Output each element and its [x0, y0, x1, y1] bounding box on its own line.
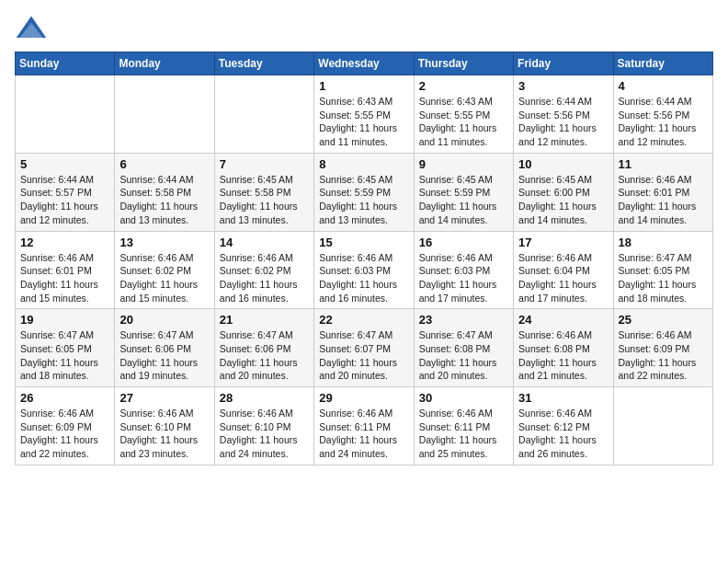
calendar-cell: 2Sunrise: 6:43 AM Sunset: 5:55 PM Daylig…: [414, 75, 513, 154]
day-info: Sunrise: 6:46 AM Sunset: 6:02 PM Dayligh…: [220, 251, 309, 305]
calendar-cell: 7Sunrise: 6:45 AM Sunset: 5:58 PM Daylig…: [214, 153, 313, 231]
day-info: Sunrise: 6:46 AM Sunset: 6:11 PM Dayligh…: [419, 407, 508, 461]
logo-icon: [15, 13, 48, 46]
calendar-cell: 27Sunrise: 6:46 AM Sunset: 6:10 PM Dayli…: [115, 387, 214, 465]
calendar-week-1: 1Sunrise: 6:43 AM Sunset: 5:55 PM Daylig…: [16, 75, 713, 154]
day-info: Sunrise: 6:46 AM Sunset: 6:03 PM Dayligh…: [319, 251, 408, 305]
calendar-cell: 14Sunrise: 6:46 AM Sunset: 6:02 PM Dayli…: [214, 231, 313, 309]
weekday-header-wednesday: Wednesday: [314, 52, 414, 75]
calendar-cell: 29Sunrise: 6:46 AM Sunset: 6:11 PM Dayli…: [314, 387, 414, 465]
day-info: Sunrise: 6:43 AM Sunset: 5:55 PM Dayligh…: [319, 95, 408, 149]
day-number: 2: [419, 79, 508, 93]
day-number: 31: [518, 391, 608, 405]
day-info: Sunrise: 6:46 AM Sunset: 6:03 PM Dayligh…: [419, 251, 508, 305]
day-info: Sunrise: 6:45 AM Sunset: 5:59 PM Dayligh…: [419, 173, 508, 227]
day-number: 6: [119, 157, 209, 171]
calendar-cell: 4Sunrise: 6:44 AM Sunset: 5:56 PM Daylig…: [613, 75, 712, 154]
calendar-cell: 11Sunrise: 6:46 AM Sunset: 6:01 PM Dayli…: [613, 153, 712, 231]
day-number: 27: [119, 391, 209, 405]
day-info: Sunrise: 6:47 AM Sunset: 6:05 PM Dayligh…: [619, 251, 708, 305]
calendar-cell: 10Sunrise: 6:45 AM Sunset: 6:00 PM Dayli…: [514, 153, 613, 231]
day-info: Sunrise: 6:46 AM Sunset: 6:01 PM Dayligh…: [619, 173, 708, 227]
day-info: Sunrise: 6:45 AM Sunset: 5:58 PM Dayligh…: [220, 173, 309, 227]
day-number: 22: [319, 313, 408, 327]
weekday-header-saturday: Saturday: [613, 52, 712, 75]
calendar-cell: 31Sunrise: 6:46 AM Sunset: 6:12 PM Dayli…: [514, 387, 613, 465]
calendar-cell: 30Sunrise: 6:46 AM Sunset: 6:11 PM Dayli…: [414, 387, 513, 465]
day-info: Sunrise: 6:46 AM Sunset: 6:02 PM Dayligh…: [119, 251, 209, 305]
day-number: 17: [518, 236, 608, 249]
day-info: Sunrise: 6:44 AM Sunset: 5:56 PM Dayligh…: [518, 95, 608, 149]
day-number: 3: [518, 79, 608, 93]
calendar-cell: 19Sunrise: 6:47 AM Sunset: 6:05 PM Dayli…: [16, 309, 115, 387]
calendar-week-2: 5Sunrise: 6:44 AM Sunset: 5:57 PM Daylig…: [16, 153, 713, 231]
calendar-cell: 15Sunrise: 6:46 AM Sunset: 6:03 PM Dayli…: [314, 231, 414, 309]
calendar-week-4: 19Sunrise: 6:47 AM Sunset: 6:05 PM Dayli…: [16, 309, 713, 387]
day-number: 11: [619, 157, 708, 171]
day-number: 9: [419, 157, 508, 171]
page: SundayMondayTuesdayWednesdayThursdayFrid…: [0, 0, 728, 563]
day-info: Sunrise: 6:46 AM Sunset: 6:01 PM Dayligh…: [20, 251, 109, 305]
day-info: Sunrise: 6:47 AM Sunset: 6:06 PM Dayligh…: [119, 328, 209, 383]
calendar-cell: 26Sunrise: 6:46 AM Sunset: 6:09 PM Dayli…: [16, 387, 115, 465]
day-info: Sunrise: 6:46 AM Sunset: 6:11 PM Dayligh…: [319, 407, 408, 461]
day-number: 26: [20, 391, 109, 405]
calendar-cell: 20Sunrise: 6:47 AM Sunset: 6:06 PM Dayli…: [115, 309, 214, 387]
weekday-header-friday: Friday: [514, 52, 613, 75]
calendar-cell: 12Sunrise: 6:46 AM Sunset: 6:01 PM Dayli…: [16, 231, 115, 309]
day-info: Sunrise: 6:43 AM Sunset: 5:55 PM Dayligh…: [419, 95, 508, 149]
day-number: 20: [119, 313, 209, 327]
day-info: Sunrise: 6:45 AM Sunset: 6:00 PM Dayligh…: [518, 173, 608, 227]
day-number: 24: [518, 313, 608, 327]
calendar-cell: 16Sunrise: 6:46 AM Sunset: 6:03 PM Dayli…: [414, 231, 513, 309]
day-info: Sunrise: 6:46 AM Sunset: 6:08 PM Dayligh…: [518, 328, 608, 383]
calendar-cell: 13Sunrise: 6:46 AM Sunset: 6:02 PM Dayli…: [115, 231, 214, 309]
calendar-cell: 17Sunrise: 6:46 AM Sunset: 6:04 PM Dayli…: [514, 231, 613, 309]
calendar-cell: 3Sunrise: 6:44 AM Sunset: 5:56 PM Daylig…: [514, 75, 613, 154]
weekday-row: SundayMondayTuesdayWednesdayThursdayFrid…: [16, 52, 713, 75]
weekday-header-monday: Monday: [115, 52, 214, 75]
day-info: Sunrise: 6:46 AM Sunset: 6:09 PM Dayligh…: [20, 407, 109, 461]
day-number: 14: [220, 236, 309, 249]
day-number: 7: [220, 157, 309, 171]
calendar-cell: [214, 75, 313, 154]
day-number: 8: [319, 157, 408, 171]
day-number: 21: [220, 313, 309, 327]
day-info: Sunrise: 6:46 AM Sunset: 6:04 PM Dayligh…: [518, 251, 608, 305]
calendar-cell: 23Sunrise: 6:47 AM Sunset: 6:08 PM Dayli…: [414, 309, 513, 387]
calendar-cell: 6Sunrise: 6:44 AM Sunset: 5:58 PM Daylig…: [115, 153, 214, 231]
calendar-body: 1Sunrise: 6:43 AM Sunset: 5:55 PM Daylig…: [16, 75, 713, 465]
day-number: 19: [20, 313, 109, 327]
day-info: Sunrise: 6:47 AM Sunset: 6:08 PM Dayligh…: [419, 328, 508, 383]
weekday-header-tuesday: Tuesday: [214, 52, 313, 75]
header: [15, 9, 713, 46]
day-number: 28: [220, 391, 309, 405]
day-info: Sunrise: 6:45 AM Sunset: 5:59 PM Dayligh…: [319, 173, 408, 227]
calendar-week-5: 26Sunrise: 6:46 AM Sunset: 6:09 PM Dayli…: [16, 387, 713, 465]
day-info: Sunrise: 6:46 AM Sunset: 6:10 PM Dayligh…: [220, 407, 309, 461]
day-info: Sunrise: 6:46 AM Sunset: 6:10 PM Dayligh…: [119, 407, 209, 461]
calendar-week-3: 12Sunrise: 6:46 AM Sunset: 6:01 PM Dayli…: [16, 231, 713, 309]
day-number: 25: [619, 313, 708, 327]
calendar-cell: 8Sunrise: 6:45 AM Sunset: 5:59 PM Daylig…: [314, 153, 414, 231]
day-info: Sunrise: 6:44 AM Sunset: 5:56 PM Dayligh…: [619, 95, 708, 149]
calendar-cell: [115, 75, 214, 154]
day-number: 5: [20, 157, 109, 171]
day-info: Sunrise: 6:47 AM Sunset: 6:05 PM Dayligh…: [20, 328, 109, 383]
day-number: 16: [419, 236, 508, 249]
calendar-cell: 25Sunrise: 6:46 AM Sunset: 6:09 PM Dayli…: [613, 309, 712, 387]
day-number: 30: [419, 391, 508, 405]
day-number: 4: [619, 79, 708, 93]
calendar-cell: 24Sunrise: 6:46 AM Sunset: 6:08 PM Dayli…: [514, 309, 613, 387]
calendar-cell: 28Sunrise: 6:46 AM Sunset: 6:10 PM Dayli…: [214, 387, 313, 465]
calendar-header: SundayMondayTuesdayWednesdayThursdayFrid…: [16, 52, 713, 75]
calendar-cell: 22Sunrise: 6:47 AM Sunset: 6:07 PM Dayli…: [314, 309, 414, 387]
calendar-cell: [16, 75, 115, 154]
calendar-cell: 9Sunrise: 6:45 AM Sunset: 5:59 PM Daylig…: [414, 153, 513, 231]
logo: [15, 13, 51, 46]
day-info: Sunrise: 6:47 AM Sunset: 6:07 PM Dayligh…: [319, 328, 408, 383]
calendar-cell: 5Sunrise: 6:44 AM Sunset: 5:57 PM Daylig…: [16, 153, 115, 231]
day-number: 23: [419, 313, 508, 327]
day-info: Sunrise: 6:47 AM Sunset: 6:06 PM Dayligh…: [220, 328, 309, 383]
day-info: Sunrise: 6:44 AM Sunset: 5:57 PM Dayligh…: [20, 173, 109, 227]
